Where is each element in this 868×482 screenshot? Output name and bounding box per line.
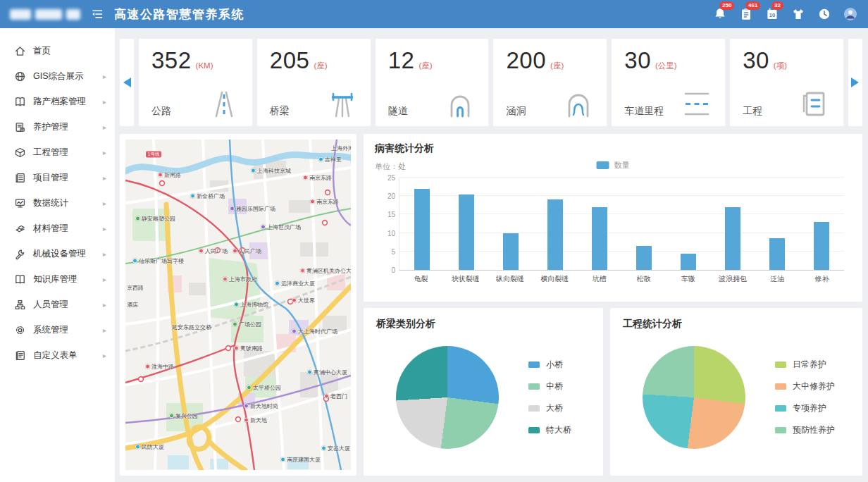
sidebar-item-book[interactable]: 路产档案管理 ▸ <box>0 89 115 114</box>
stat-card[interactable]: 352 (KM) 公路 <box>139 39 252 126</box>
svg-text:10: 10 <box>769 12 775 18</box>
stat-cards-carousel: 352 (KM) 公路 205 (座) 桥梁 12 (座) 隧道 <box>120 39 862 126</box>
stat-card[interactable]: 30 (公里) 车道里程 <box>612 39 725 126</box>
sidebar-item-knowledge[interactable]: 知识库管理 ▸ <box>0 266 115 292</box>
clipboard-icon[interactable]: 461 <box>738 6 754 22</box>
stat-unit: (项) <box>774 61 787 71</box>
y-axis-tick: 10 <box>373 229 395 237</box>
legend-item[interactable]: 专项养护 <box>775 402 835 414</box>
map-label: 上海博物馆 <box>234 301 268 309</box>
sidebar-collapse-icon[interactable] <box>90 7 104 21</box>
stat-card[interactable]: 205 (座) 桥梁 <box>257 39 371 126</box>
org-icon <box>14 299 26 311</box>
sidebar-item-org[interactable]: 人员管理 ▸ <box>0 292 115 317</box>
legend-label: 大中修养护 <box>793 381 835 393</box>
map-label: 静安雕塑公园 <box>135 215 175 223</box>
map-marker-icon <box>132 259 137 264</box>
city-map[interactable]: 1号线上海外滩新闸路上海科技京城吉祥里南京东路新金桥广场雅园乐国际广场南京东路上… <box>125 140 351 470</box>
header-actions: 2504611032 <box>712 6 858 22</box>
sidebar-menu: 首页 ▸ GIS综合展示 ▸ 路产档案管理 ▸ 养护管理 ▸ 工程管理 ▸ 项目… <box>0 28 115 482</box>
x-axis-label: 块状裂缝 <box>443 274 488 284</box>
sidebar-item-maintenance[interactable]: 养护管理 ▸ <box>0 114 115 140</box>
project-stats-panel: 工程统计分析 日常养护大中修养护专项养护预防性养护 <box>610 308 862 476</box>
map-label: 民防大厦 <box>135 443 164 451</box>
map-marker-icon <box>300 268 305 273</box>
map-marker-icon <box>310 199 315 204</box>
book-icon <box>14 96 26 108</box>
sidebar-item-monitor[interactable]: 数据统计 ▸ <box>0 190 115 216</box>
bar <box>814 222 829 270</box>
stat-card[interactable]: 200 (座) 涵洞 <box>493 39 607 126</box>
map-marker-icon <box>292 329 297 334</box>
map-label: 酒店 <box>127 301 138 309</box>
stat-unit: (座) <box>314 61 327 71</box>
sidebar-item-gear[interactable]: 系统管理 ▸ <box>0 317 115 342</box>
sidebar-item-wrench[interactable]: 机械设备管理 ▸ <box>0 241 115 266</box>
x-axis-label: 横向裂缝 <box>533 274 577 284</box>
legend-item[interactable]: 小桥 <box>528 359 571 371</box>
y-axis-tick: 5 <box>373 247 395 255</box>
legend-item[interactable]: 数量 <box>597 160 630 171</box>
bar <box>681 254 696 270</box>
sidebar-item-cube[interactable]: 工程管理 ▸ <box>0 140 115 165</box>
map-marker-icon <box>247 385 252 390</box>
x-axis-label: 纵向裂缝 <box>488 274 532 284</box>
top-header-bar: 高速公路智慧管养系统 2504611032 <box>0 0 868 28</box>
legend-item[interactable]: 大中修养护 <box>775 381 835 393</box>
sidebar-item-form[interactable]: 自定义表单 ▸ <box>0 342 115 368</box>
chevron-right-icon: ▸ <box>103 199 106 207</box>
map-label: 黄陂南路 <box>234 345 263 352</box>
legend-label: 中桥 <box>546 381 563 393</box>
map-panel: 1号线上海外滩新闸路上海科技京城吉祥里南京东路新金桥广场雅园乐国际广场南京东路上… <box>120 134 356 476</box>
legend-item[interactable]: 预防性养护 <box>775 424 835 436</box>
clock-icon[interactable] <box>817 6 832 22</box>
sidebar-item-label: 自定义表单 <box>33 350 103 362</box>
stat-card[interactable]: 30 (项) 工程 <box>730 39 843 126</box>
map-marker-icon <box>169 414 174 419</box>
avatar[interactable] <box>843 6 858 22</box>
map-marker-icon <box>275 281 280 286</box>
map-label: 广场公园 <box>232 321 261 328</box>
sidebar-item-document[interactable]: 项目管理 ▸ <box>0 165 115 190</box>
carousel-next-button[interactable] <box>848 39 862 126</box>
x-axis-label: 坑槽 <box>577 274 621 284</box>
stat-value: 205 <box>270 47 310 74</box>
tshirt-icon[interactable] <box>790 6 806 22</box>
legend-label: 专项养护 <box>793 402 826 414</box>
bell-icon[interactable]: 250 <box>712 6 728 22</box>
sidebar-item-label: 工程管理 <box>33 147 103 159</box>
map-marker-icon <box>261 225 266 230</box>
culvert-icon <box>562 88 595 119</box>
y-axis-tick: 15 <box>373 211 395 218</box>
sidebar-item-material[interactable]: 材料管理 ▸ <box>0 216 115 241</box>
legend-item[interactable]: 日常养护 <box>775 359 835 371</box>
stat-value: 12 <box>388 47 415 74</box>
map-label: 南原建国大厦 <box>280 456 321 464</box>
map-label: 新天地 <box>244 416 267 424</box>
legend-item[interactable]: 特大桥 <box>528 424 571 436</box>
legend-label: 预防性养护 <box>793 424 835 436</box>
stat-label: 隧道 <box>388 105 408 119</box>
bridge-icon <box>326 88 359 119</box>
bar <box>459 194 474 270</box>
stat-label: 公路 <box>151 105 171 119</box>
legend-item[interactable]: 大桥 <box>528 402 571 414</box>
chevron-right-icon: ▸ <box>103 326 106 334</box>
main-content: 352 (KM) 公路 205 (座) 桥梁 12 (座) 隧道 <box>115 28 868 482</box>
road-icon <box>207 88 241 119</box>
lane-icon <box>680 88 714 119</box>
y-axis-tick: 25 <box>373 174 395 182</box>
chevron-right-icon: ▸ <box>103 149 106 156</box>
sidebar-item-home[interactable]: 首页 ▸ <box>0 38 115 63</box>
sidebar-item-label: 知识库管理 <box>33 273 103 285</box>
map-label: 仙乐斯广场写字楼 <box>132 257 184 265</box>
monitor-icon <box>14 197 26 209</box>
calendar-icon[interactable]: 1032 <box>764 6 780 22</box>
carousel-prev-button[interactable] <box>120 39 134 126</box>
legend-label: 小桥 <box>546 359 563 371</box>
map-marker-icon <box>318 157 323 162</box>
legend-item[interactable]: 中桥 <box>528 381 571 393</box>
sidebar-item-globe[interactable]: GIS综合展示 ▸ <box>0 63 115 89</box>
sidebar-item-label: 系统管理 <box>33 324 103 336</box>
stat-card[interactable]: 12 (座) 隧道 <box>376 39 489 126</box>
